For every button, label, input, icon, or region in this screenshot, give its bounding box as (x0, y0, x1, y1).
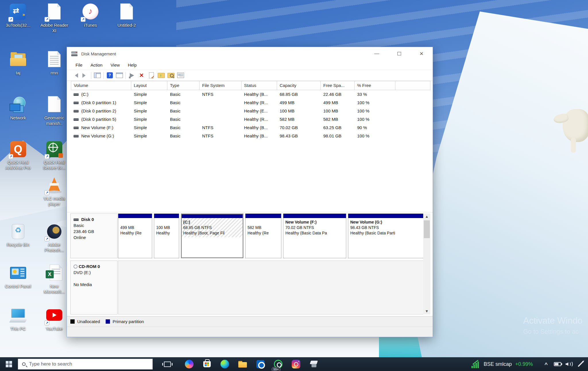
column-header-status[interactable]: Status (241, 81, 277, 90)
partition-f[interactable]: New Volume (F:)70.02 GB NTFSHealthy (Bas… (283, 213, 346, 258)
edge-button[interactable] (216, 357, 234, 371)
column-header-volume[interactable]: Volume (71, 81, 131, 90)
cdrom-info-panel[interactable]: CD-ROM 0 DVD (E:) No Media (70, 261, 117, 314)
desktop-icon-label: Control Panel (3, 284, 33, 289)
column-header-freepct[interactable]: % Free (355, 81, 395, 90)
desktop-icon-label: Adobe Reader XI (39, 23, 69, 34)
desktop-icon-untitled2[interactable]: Untitled-2 (111, 3, 142, 28)
menu-file[interactable]: File (71, 63, 86, 67)
help-button[interactable]: ? (105, 71, 115, 80)
column-header-filesystem[interactable]: File System (200, 81, 241, 90)
partition-recovery-582mb[interactable]: 582 MBHealthy (Re (245, 213, 281, 258)
ticker-change[interactable]: +0.99% (515, 361, 533, 367)
battery-button[interactable] (552, 357, 563, 371)
scroll-down-icon[interactable]: ▼ (423, 308, 430, 314)
partition-c[interactable]: (C:)68.85 GB NTFSHealthy (Boot, Page Fil (181, 213, 243, 258)
partition-efi-100mb[interactable]: 100 MBHealthy (154, 213, 179, 258)
volume-button[interactable] (563, 357, 575, 371)
disk0-name: Disk 0 (81, 217, 94, 222)
desktop-icon-rmn[interactable]: rmn (39, 50, 69, 76)
desktop-icon-taj[interactable]: taj (3, 50, 33, 76)
show-console-tree-button[interactable] (92, 71, 102, 80)
desktop-icon-geomatric[interactable]: Geomatric manish.. (39, 96, 69, 126)
validate-button[interactable] (146, 71, 156, 80)
shortcut-arrow-icon: ↗ (45, 190, 49, 195)
title-bar[interactable]: Disk Management — ✕ (67, 47, 433, 60)
task-view-button[interactable] (158, 357, 176, 371)
desktop-icon-recycle-bin[interactable]: ♻ Recycle Bin (3, 222, 33, 248)
minimize-button[interactable]: — (365, 47, 388, 60)
instagram-icon (292, 360, 300, 368)
volume-row-c[interactable]: (C:) Simple Basic NTFS Healthy (B... 68.… (71, 90, 430, 98)
properties-button[interactable] (176, 71, 185, 80)
forward-button[interactable] (80, 71, 90, 80)
volume-row-partition1[interactable]: (Disk 0 partition 1) Simple Basic Health… (71, 98, 430, 107)
disk0-info-panel[interactable]: Disk 0 Basic 238.46 GB Online (70, 213, 117, 258)
desktop-icon-itunes[interactable]: ♪↗ iTunes (75, 3, 106, 28)
legend-bar: Unallocated Primary partition (67, 316, 433, 327)
cell-type: Basic (167, 107, 200, 115)
scrollbar-thumb[interactable] (424, 220, 430, 238)
file-explorer-button[interactable] (234, 357, 252, 371)
cell-capacity: 499 MB (277, 98, 321, 107)
desktop-icon-adobe-reader[interactable]: ↗ Adobe Reader XI (39, 3, 69, 34)
search-input[interactable] (29, 361, 138, 367)
desktop-icon-new-excel[interactable]: X New Microsoft... (39, 264, 69, 295)
scroll-up-icon[interactable]: ▲ (423, 213, 430, 220)
volume-row-f[interactable]: New Volume (F:) Simple Basic NTFS Health… (71, 123, 430, 132)
delete-volume-button[interactable]: ✕ (137, 71, 146, 80)
whatsapp-button[interactable]: 99+ (269, 357, 287, 371)
3d-viewer-button[interactable] (305, 357, 323, 371)
desktop-icon-youtube[interactable]: ↗ YouTube (39, 306, 69, 332)
desktop-icon-quick-heal-antivirus[interactable]: Q↗ Quick Heal AntiVirus Pro (3, 140, 33, 171)
close-button[interactable]: ✕ (410, 47, 433, 60)
drive-icon (74, 118, 79, 121)
desktop-icon-control-panel[interactable]: Control Panel (3, 264, 33, 289)
cell-freespace: 98.01 GB (321, 132, 355, 140)
graph-scrollbar[interactable]: ▲ ▼ (423, 213, 430, 314)
callout-button[interactable] (127, 71, 137, 80)
column-header-freespace[interactable]: Free Spa... (321, 81, 355, 90)
menu-action[interactable]: Action (86, 63, 107, 67)
pen-button[interactable] (575, 357, 586, 371)
column-header-type[interactable]: Type (167, 81, 200, 90)
taskbar-search[interactable] (18, 359, 153, 370)
folder-upload-button[interactable] (156, 71, 166, 80)
maximize-button[interactable] (388, 47, 410, 60)
volume-row-partition5[interactable]: (Disk 0 partition 5) Simple Basic Health… (71, 115, 430, 123)
desktop-icon-adobe-photoshop[interactable]: ↗ Adobe Photosh... (39, 222, 69, 253)
cell-type: Basic (167, 98, 200, 107)
folder-search-button[interactable] (166, 71, 176, 80)
microsoft-store-button[interactable] (198, 357, 216, 371)
instagram-button[interactable] (287, 357, 305, 371)
copilot-button[interactable] (180, 357, 198, 371)
desktop-icon-label: New Microsoft... (39, 284, 69, 295)
desktop-icon-this-pc[interactable]: This PC (3, 306, 33, 332)
partition-color-bar (348, 214, 423, 218)
ticker-name[interactable]: BSE smlcap (483, 361, 512, 367)
outlook-button[interactable] (252, 357, 269, 371)
volume-row-g[interactable]: New Volume (G:) Simple Basic NTFS Health… (71, 132, 430, 140)
menu-help[interactable]: Help (124, 63, 141, 67)
partition-recovery-499mb[interactable]: 499 MBHealthy (Re (118, 213, 152, 258)
column-header-filler (395, 81, 430, 90)
desktop-icon-label: Adobe Photosh... (39, 242, 69, 253)
partition-g[interactable]: New Volume (G:)98.43 GB NTFSHealthy (Bas… (348, 213, 424, 258)
stock-ticker-icon[interactable] (471, 360, 480, 368)
cell-filesystem: NTFS (200, 132, 241, 140)
menu-view[interactable]: View (107, 63, 124, 67)
desktop-icon-quick-heal-secure[interactable]: ↗ Quick Heal Secure Br... (39, 140, 69, 171)
cell-freepct: 90 % (355, 123, 395, 132)
show-action-pane-button[interactable] (115, 71, 124, 80)
hidden-icons-button[interactable]: ^ (540, 357, 552, 371)
start-button[interactable] (0, 357, 18, 371)
desktop-icon-network[interactable]: Network (3, 96, 33, 121)
volume-row-partition2[interactable]: (Disk 0 partition 2) Simple Basic Health… (71, 107, 430, 115)
column-header-layout[interactable]: Layout (131, 81, 167, 90)
unallocated-swatch (70, 319, 75, 324)
back-button[interactable] (70, 71, 80, 80)
column-header-capacity[interactable]: Capacity (277, 81, 321, 90)
desktop-icon-vlc[interactable]: ↗ VLC media player (39, 176, 69, 207)
desktop-icon-3utools[interactable]: ⇄»↗ 3uTools(32... (3, 3, 33, 28)
whatsapp-badge: 99+ (272, 367, 281, 371)
